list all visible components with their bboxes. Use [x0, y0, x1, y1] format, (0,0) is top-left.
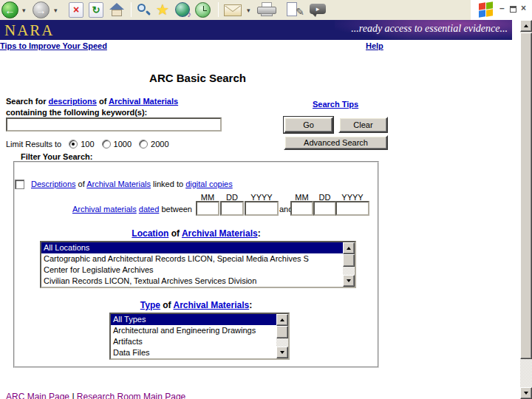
limit-1000-label: 1000	[114, 140, 132, 149]
scroll-up-button[interactable]	[520, 20, 532, 32]
footer-separator: |	[69, 392, 77, 399]
masthead-tagline: ...ready access to essential evidence...	[351, 23, 508, 35]
type-option[interactable]: Architectural and Engineering Drawings	[111, 325, 288, 336]
limit-results-label: Limit Results to	[6, 140, 61, 149]
arc-main-page-link[interactable]: ARC Main Page	[6, 392, 69, 399]
digital-copies-row: Descriptions of Archival Materials linke…	[31, 180, 233, 188]
windows-logo-icon	[479, 2, 494, 17]
toolbar-separator	[218, 2, 219, 17]
descriptions-link[interactable]: Descriptions	[31, 180, 76, 188]
mail-icon[interactable]	[224, 4, 242, 16]
from-day-input[interactable]	[220, 201, 244, 216]
back-icon[interactable]: ←	[1, 1, 18, 18]
digital-row-text: linked to	[151, 180, 185, 188]
scroll-up-button[interactable]	[276, 314, 288, 326]
location-option[interactable]: Center for Legislative Archives	[41, 265, 355, 276]
scrollbar-thumb[interactable]	[520, 33, 532, 359]
forward-icon[interactable]: →	[33, 1, 50, 18]
close-button[interactable]: ×	[521, 4, 526, 13]
digital-copies-checkbox[interactable]	[15, 180, 24, 189]
to-month-input[interactable]	[290, 201, 313, 216]
edit-icon[interactable]: ✎	[287, 2, 304, 18]
dated-link[interactable]: dated	[139, 205, 160, 214]
help-link[interactable]: Help	[366, 41, 383, 50]
toolbar-separator	[131, 2, 132, 17]
descriptions-link[interactable]: descriptions	[48, 97, 96, 106]
type-link[interactable]: Type	[140, 300, 160, 310]
intro-text: of	[97, 97, 109, 106]
back-dropdown-icon[interactable]: ▾	[22, 7, 26, 14]
dated-between-text: Archival materials dated between	[72, 205, 192, 214]
browser-toolbar: ← ▾ → ▾ × ↻ ★ ♪ ▾ ✎ ▸ – ×	[0, 0, 532, 20]
location-option-selected[interactable]: All Locations	[41, 242, 355, 253]
type-option-selected[interactable]: All Types	[111, 314, 288, 325]
location-scrollbar	[343, 242, 355, 287]
from-year-input[interactable]	[245, 201, 279, 216]
limit-100-label: 100	[81, 140, 94, 149]
limit-results-row: Limit Results to 100 1000 2000	[6, 140, 169, 149]
location-option[interactable]: Civilian Records LICON, Textual Archives…	[41, 276, 355, 287]
scroll-down-button[interactable]	[520, 387, 532, 399]
search-intro: Search for descriptions of Archival Mate…	[6, 96, 178, 118]
restore-button[interactable]	[510, 5, 516, 14]
refresh-icon[interactable]: ↻	[89, 2, 103, 18]
limit-1000-radio[interactable]	[102, 140, 111, 149]
scrollbar-track[interactable]	[276, 338, 288, 347]
type-listbox: All Types Architectural and Engineering …	[109, 313, 290, 360]
limit-100-radio[interactable]	[69, 140, 78, 149]
page-scrollbar	[520, 20, 532, 399]
archival-materials-link[interactable]: Archival Materials	[173, 300, 249, 310]
archival-materials-link[interactable]: Archival materials	[72, 205, 137, 214]
location-option[interactable]: Cartographic and Architectural Records L…	[41, 253, 355, 265]
forward-dropdown-icon[interactable]: ▾	[54, 7, 58, 14]
home-icon[interactable]	[109, 3, 125, 17]
intro-line2: containing the following keyword(s):	[6, 108, 147, 117]
limit-2000-radio[interactable]	[139, 140, 148, 149]
search-icon[interactable]	[137, 3, 151, 18]
print-icon[interactable]	[257, 2, 276, 17]
discuss-icon[interactable]: ▸	[310, 4, 326, 14]
limit-2000-label: 2000	[151, 140, 168, 149]
window-controls: – ×	[471, 0, 532, 20]
to-day-input[interactable]	[313, 201, 336, 216]
tips-to-improve-speed-link[interactable]: Tips to Improve Your Speed	[0, 41, 107, 50]
archival-materials-link[interactable]: Archival Materials	[182, 228, 258, 239]
location-list-heading: Location of Archival Materials:	[15, 228, 378, 239]
scrollbar-thumb[interactable]	[343, 254, 355, 267]
media-icon[interactable]: ♪	[175, 2, 190, 17]
type-option[interactable]: Data Files	[111, 347, 288, 358]
from-month-input[interactable]	[196, 201, 219, 216]
to-year-input[interactable]	[335, 201, 369, 216]
digital-copies-link[interactable]: digital copies	[185, 180, 233, 188]
location-link[interactable]: Location	[132, 228, 168, 239]
scroll-up-button[interactable]	[343, 242, 355, 254]
stop-icon[interactable]: ×	[69, 2, 83, 18]
nara-logo: NARA	[4, 21, 55, 40]
minimize-button[interactable]: –	[499, 4, 505, 13]
archival-materials-link[interactable]: Archival Materials	[86, 180, 151, 188]
clear-button[interactable]: Clear	[338, 117, 388, 133]
keyword-input[interactable]	[6, 117, 222, 132]
advanced-search-button[interactable]: Advanced Search	[284, 135, 388, 150]
mail-dropdown-icon[interactable]: ▾	[247, 7, 250, 14]
scrollbar-track[interactable]	[520, 359, 532, 387]
type-scrollbar	[276, 314, 288, 358]
research-room-main-page-link[interactable]: Research Room Main Page	[77, 392, 185, 399]
type-option[interactable]: Artifacts	[111, 336, 288, 347]
between-text: between	[159, 205, 192, 214]
filter-fieldset: Descriptions of Archival Materials linke…	[13, 161, 379, 368]
page-title: ARC Basic Search	[0, 72, 395, 84]
favorites-icon[interactable]: ★	[156, 2, 169, 17]
heading-text: of	[168, 228, 182, 239]
heading-colon: :	[249, 300, 252, 310]
digital-row-text: of	[76, 180, 87, 188]
scroll-down-button[interactable]	[276, 347, 288, 358]
heading-colon: :	[258, 228, 261, 239]
go-button[interactable]: Go	[284, 117, 333, 133]
scrollbar-track[interactable]	[343, 267, 355, 275]
archival-materials-link[interactable]: Archival Materials	[109, 97, 178, 106]
search-tips-link[interactable]: Search Tips	[313, 100, 358, 109]
scroll-down-button[interactable]	[343, 275, 355, 287]
scrollbar-thumb[interactable]	[276, 326, 288, 338]
history-icon[interactable]	[195, 2, 211, 18]
